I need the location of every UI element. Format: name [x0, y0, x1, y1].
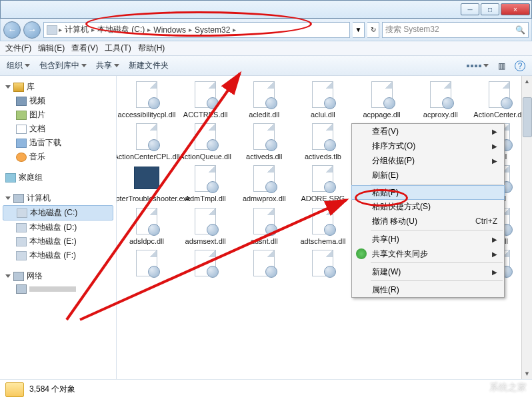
sidebar-libraries[interactable]: 库: [3, 80, 113, 94]
ctx-share-sync[interactable]: 共享文件夹同步▶: [352, 246, 504, 261]
sidebar-network-item[interactable]: [3, 283, 113, 295]
sidebar-drive-f[interactable]: 本地磁盘 (F:): [3, 248, 113, 262]
sidebar-music[interactable]: 音乐: [3, 150, 113, 164]
breadcrumb-computer[interactable]: 计算机: [63, 24, 90, 35]
ctx-share[interactable]: 共享(H)▶: [352, 232, 504, 246]
sidebar-homegroup[interactable]: 家庭组: [3, 171, 113, 185]
sidebar-downloads[interactable]: 迅雷下载: [3, 136, 113, 150]
file-item[interactable]: ADORE.SRG: [295, 164, 350, 203]
address-bar[interactable]: ▸ 计算机 ▸ 本地磁盘 (C:) ▸ Windows ▸ System32 ▸: [43, 22, 350, 38]
file-item[interactable]: [295, 248, 350, 279]
ctx-sort[interactable]: 排序方式(O)▶: [352, 139, 504, 153]
view-mode-button[interactable]: [467, 64, 489, 67]
chevron-down-icon: [483, 64, 489, 67]
sidebar-drive-d[interactable]: 本地磁盘 (D:): [3, 220, 113, 234]
chevron-icon: ▸: [91, 26, 95, 33]
file-item[interactable]: adsldpc.dll: [119, 206, 174, 246]
sidebar-network[interactable]: 网络: [3, 269, 113, 283]
file-item[interactable]: activeds.dll: [237, 122, 291, 161]
back-button[interactable]: ←: [3, 21, 21, 39]
file-item[interactable]: ActionQueue.dll: [178, 122, 233, 161]
file-item[interactable]: activeds.tlb: [295, 122, 350, 161]
file-item[interactable]: [119, 248, 174, 279]
file-item[interactable]: AdmTmpl.dll: [178, 164, 233, 203]
file-item[interactable]: adsmsext.dll: [178, 206, 233, 246]
file-label: ActionCenter.dll: [473, 111, 525, 119]
sidebar-drive-e[interactable]: 本地磁盘 (E:): [3, 234, 113, 248]
address-bar-row: ← → ▸ 计算机 ▸ 本地磁盘 (C:) ▸ Windows ▸ System…: [0, 19, 532, 41]
file-icon: [132, 206, 161, 236]
maximize-button[interactable]: □: [481, 3, 499, 15]
file-item[interactable]: ActionCenter.dll: [472, 80, 527, 119]
file-icon: [191, 80, 220, 109]
file-item[interactable]: accessibilitycpl.dll: [119, 80, 174, 119]
computer-icon: [16, 284, 27, 294]
toolbar-include[interactable]: 包含到库中: [39, 60, 87, 71]
network-icon: [13, 272, 24, 281]
file-icon: [249, 248, 279, 278]
breadcrumb-drive-c[interactable]: 本地磁盘 (C:): [96, 24, 146, 35]
ctx-paste-shortcut[interactable]: 粘贴快捷方式(S): [352, 199, 504, 214]
toolbar-organize[interactable]: 组织: [7, 60, 30, 71]
chevron-down-icon: [81, 64, 87, 67]
computer-icon: [13, 194, 24, 203]
file-icon: [485, 80, 514, 109]
file-item[interactable]: acledit.dll: [237, 80, 291, 119]
ctx-view[interactable]: 查看(V)▶: [352, 124, 504, 139]
menu-edit[interactable]: 编辑(E): [38, 43, 65, 54]
file-label: adtschema.dll: [300, 237, 345, 246]
sidebar-documents[interactable]: 文档: [3, 122, 113, 136]
vertical-scrollbar[interactable]: ▲ ▼: [521, 76, 532, 379]
minimize-button[interactable]: ─: [461, 3, 479, 15]
ctx-paste[interactable]: 粘贴(P): [351, 185, 505, 200]
sidebar-pictures[interactable]: 图片: [3, 108, 113, 122]
file-item[interactable]: adsnt.dll: [237, 206, 291, 246]
file-item[interactable]: acproxy.dll: [413, 80, 468, 119]
file-item[interactable]: acppage.dll: [355, 80, 409, 119]
file-icon: [191, 164, 220, 193]
file-item[interactable]: adtschema.dll: [295, 206, 350, 246]
help-button[interactable]: ?: [515, 61, 525, 71]
forward-button[interactable]: →: [23, 21, 41, 39]
refresh-button[interactable]: ↻: [367, 22, 379, 38]
breadcrumb-system32[interactable]: System32: [193, 25, 231, 35]
sidebar-computer[interactable]: 计算机: [3, 191, 113, 205]
ctx-properties[interactable]: 属性(R): [352, 282, 504, 297]
file-item[interactable]: AdapterTroubleshooter.exe: [119, 164, 174, 203]
file-icon: [308, 80, 337, 109]
file-item[interactable]: ActionCenterCPL.dll: [119, 122, 174, 161]
file-item[interactable]: admwprox.dll: [237, 164, 291, 203]
menu-view[interactable]: 查看(V): [71, 43, 98, 54]
scrollbar-thumb[interactable]: [523, 97, 532, 137]
chevron-icon: ▸: [189, 26, 192, 33]
file-item[interactable]: ACCTRES.dll: [178, 80, 233, 119]
scroll-down-icon[interactable]: ▼: [522, 368, 532, 379]
breadcrumb-windows[interactable]: Windows: [152, 25, 187, 35]
menu-help[interactable]: 帮助(H): [138, 43, 165, 54]
ctx-new[interactable]: 新建(W)▶: [352, 264, 504, 279]
close-button[interactable]: ×: [501, 3, 530, 15]
scroll-up-icon[interactable]: ▲: [522, 76, 532, 87]
toolbar-new-folder[interactable]: 新建文件夹: [129, 60, 169, 71]
chevron-icon: ▸: [59, 26, 62, 33]
menu-tools[interactable]: 工具(T): [105, 43, 131, 54]
sidebar-videos[interactable]: 视频: [3, 94, 113, 108]
preview-pane-button[interactable]: ▥: [498, 61, 505, 71]
ctx-refresh[interactable]: 刷新(E): [352, 168, 504, 183]
ctx-groupby[interactable]: 分组依据(P)▶: [352, 153, 504, 168]
search-icon: 🔍: [515, 25, 525, 35]
file-item[interactable]: aclui.dll: [295, 80, 350, 119]
folder-icon: [5, 382, 24, 397]
separator: [371, 280, 503, 281]
file-icon: [249, 206, 279, 236]
history-dropdown[interactable]: ▼: [353, 22, 365, 38]
toolbar-share[interactable]: 共享: [96, 60, 119, 71]
menu-file[interactable]: 文件(F): [5, 43, 31, 54]
file-icon: [191, 206, 220, 236]
file-item[interactable]: [237, 248, 291, 279]
library-icon: [13, 83, 24, 92]
ctx-undo[interactable]: 撤消 移动(U)Ctrl+Z: [352, 214, 504, 228]
search-input[interactable]: 搜索 System32 🔍: [382, 22, 529, 38]
file-item[interactable]: [178, 248, 233, 279]
sidebar-drive-c[interactable]: 本地磁盘 (C:): [3, 205, 113, 220]
